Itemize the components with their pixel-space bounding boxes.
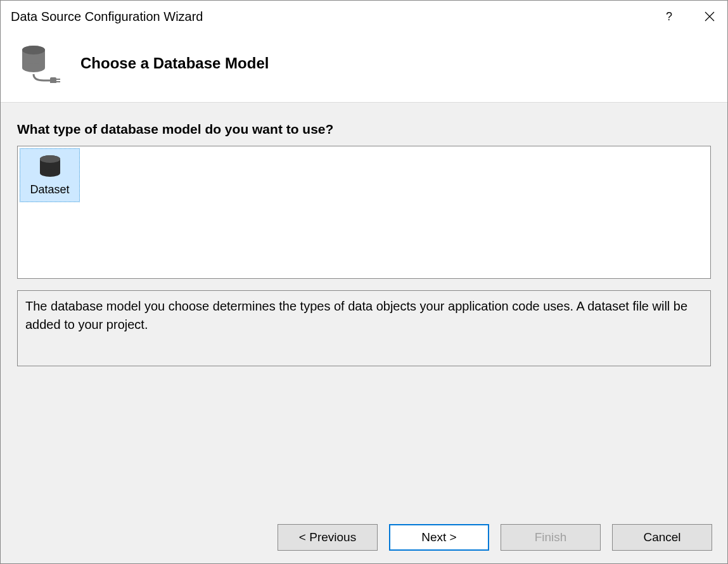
database-icon [37,154,63,179]
previous-button[interactable]: < Previous [278,524,378,551]
svg-point-5 [22,46,45,54]
next-button[interactable]: Next > [389,524,489,551]
close-icon [705,11,715,22]
model-question: What type of database model do you want … [17,122,711,137]
svg-point-12 [40,155,60,163]
wizard-body: What type of database model do you want … [1,102,727,515]
window-title: Data Source Configuration Wizard [11,10,203,24]
wizard-footer: < Previous Next > Finish Cancel [1,515,727,563]
svg-point-4 [22,63,45,72]
model-description: The database model you choose determines… [17,290,711,366]
wizard-header: Choose a Database Model [1,29,727,102]
title-bar: Data Source Configuration Wizard ? [1,1,727,29]
window-buttons: ? [659,6,720,27]
model-item-dataset[interactable]: Dataset [20,148,80,202]
svg-rect-6 [50,77,56,83]
finish-button: Finish [501,524,601,551]
svg-point-11 [40,169,60,177]
wizard-step-title: Choose a Database Model [80,54,269,72]
model-item-label: Dataset [30,183,69,196]
help-button[interactable]: ? [659,6,679,27]
database-plug-icon [18,44,63,83]
model-list[interactable]: Dataset [17,146,711,279]
cancel-button[interactable]: Cancel [612,524,712,551]
close-button[interactable] [699,6,720,27]
